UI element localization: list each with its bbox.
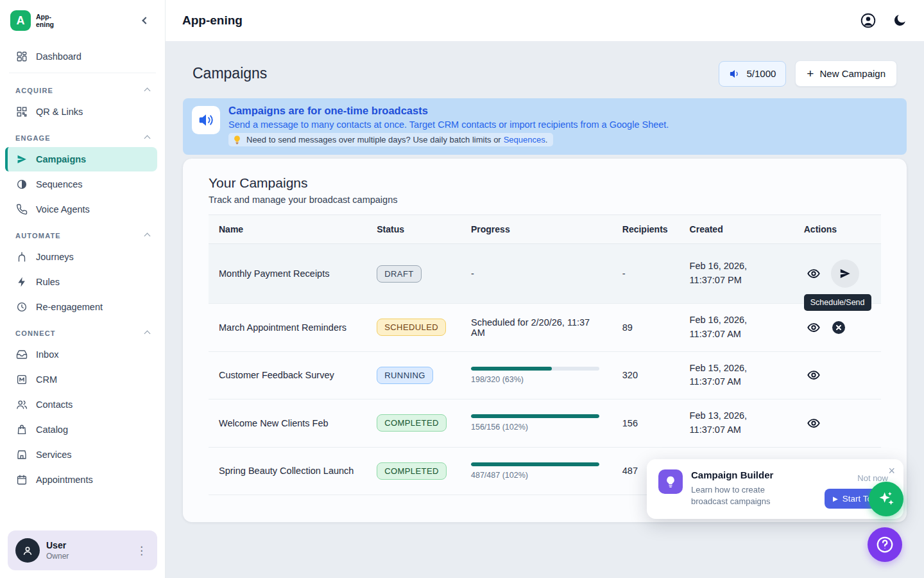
- progress-label: 198/320 (63%): [471, 375, 602, 384]
- sidebar-item-services[interactable]: Services: [8, 442, 157, 467]
- section-header-acquire[interactable]: ACQUIRE: [8, 77, 157, 99]
- sidebar-item-inbox[interactable]: Inbox: [8, 342, 157, 367]
- clock-icon: [15, 301, 28, 313]
- sidebar-item-journeys[interactable]: Journeys: [8, 245, 157, 269]
- section-label: CONNECT: [15, 329, 56, 337]
- banner-title: Campaigns are for one-time broadcasts: [228, 105, 669, 117]
- avatar: [15, 538, 40, 563]
- recipients-count: -: [612, 244, 680, 304]
- column-header-name: Name: [209, 215, 366, 244]
- question-icon: [875, 535, 894, 554]
- progress-bar: [471, 414, 599, 418]
- campaign-quota-chip[interactable]: 5/1000: [719, 61, 786, 87]
- user-menu-button[interactable]: ⋮: [133, 541, 150, 560]
- table-row: Customer Feedback Survey RUNNING 198/320…: [209, 351, 881, 399]
- sidebar-item-catalog[interactable]: Catalog: [8, 417, 157, 442]
- collapse-sidebar-button[interactable]: [139, 14, 152, 27]
- chevron-up-icon: [144, 330, 151, 337]
- column-header-recipients: Recipients: [612, 215, 680, 244]
- dashboard-icon: [15, 51, 28, 62]
- bolt-icon: [15, 276, 28, 288]
- section-header-connect[interactable]: CONNECT: [8, 320, 157, 342]
- card-title: Your Campaigns: [209, 175, 881, 191]
- dark-mode-toggle[interactable]: [892, 13, 907, 28]
- campaign-name: Customer Feedback Survey: [209, 351, 366, 399]
- progress-text: -: [471, 268, 474, 279]
- lightbulb-icon: [232, 135, 242, 144]
- sequences-icon: [15, 179, 28, 190]
- divider: [9, 73, 156, 73]
- progress-label: 487/487 (102%): [471, 471, 602, 480]
- store-icon: [15, 449, 28, 460]
- sidebar-item-label: Sequences: [36, 179, 83, 189]
- sidebar-item-appointments[interactable]: Appointments: [8, 468, 157, 492]
- section-header-engage[interactable]: ENGAGE: [8, 125, 157, 146]
- sidebar-item-crm[interactable]: CRM: [8, 367, 157, 392]
- sidebar-item-label: Journeys: [36, 252, 74, 262]
- user-card[interactable]: User Owner ⋮: [8, 530, 157, 570]
- table-header-row: Name Status Progress Recipients Created …: [209, 215, 881, 244]
- user-role: Owner: [46, 552, 69, 561]
- chevron-up-icon: [144, 232, 151, 239]
- sidebar-item-rules[interactable]: Rules: [8, 270, 157, 294]
- toast-body: Learn how to create broadcast campaigns: [691, 484, 791, 507]
- sidebar-item-dashboard[interactable]: Dashboard: [8, 44, 157, 69]
- sidebar-item-sequences[interactable]: Sequences: [8, 172, 157, 197]
- close-icon[interactable]: ×: [888, 465, 895, 477]
- sidebar-item-label: Voice Agents: [36, 204, 90, 215]
- recipients-count: 320: [612, 351, 680, 399]
- help-fab[interactable]: [868, 527, 902, 562]
- section-header-automate[interactable]: AUTOMATE: [8, 222, 157, 244]
- sidebar-item-re-engagement[interactable]: Re-engagement: [8, 295, 157, 319]
- sidebar-nav: Dashboard ACQUIRE QR & Links ENGAGE Camp…: [0, 41, 165, 523]
- status-badge: DRAFT: [377, 265, 421, 283]
- sidebar-item-qr-links[interactable]: QR & Links: [8, 100, 157, 124]
- sidebar-item-label: Rules: [36, 277, 60, 287]
- campaigns-table: Name Status Progress Recipients Created …: [209, 215, 881, 495]
- plus-icon: +: [807, 67, 814, 80]
- progress-bar: [471, 462, 599, 466]
- view-campaign-button[interactable]: [804, 264, 823, 283]
- brand-name: App-ening: [36, 13, 60, 28]
- sidebar-item-label: QR & Links: [36, 107, 83, 117]
- lightbulb-icon: [658, 469, 683, 494]
- created-date: Feb 13, 2026, 11:37:07 AM: [680, 399, 794, 448]
- inbox-icon: [15, 349, 28, 360]
- sidebar-item-campaigns[interactable]: Campaigns: [5, 147, 157, 171]
- recipients-count: 89: [612, 304, 680, 352]
- column-header-actions: Actions: [794, 215, 881, 244]
- sidebar-item-label: Re-engagement: [36, 302, 103, 312]
- sidebar-item-voice-agents[interactable]: Voice Agents: [8, 197, 157, 222]
- account-button[interactable]: [860, 12, 877, 29]
- users-icon: [15, 399, 28, 410]
- crm-icon: [15, 374, 28, 385]
- recipients-count: 156: [612, 399, 680, 448]
- megaphone-icon: [192, 106, 220, 134]
- progress-bar: [471, 367, 599, 371]
- sidebar-item-contacts[interactable]: Contacts: [8, 392, 157, 417]
- view-campaign-button[interactable]: [804, 414, 823, 433]
- banner-tip-period: .: [545, 135, 548, 144]
- section-label: ACQUIRE: [15, 87, 53, 94]
- sidebar-item-label: Services: [36, 450, 72, 460]
- brand-logo: A App-ening: [10, 10, 60, 31]
- progress-label: 156/156 (102%): [471, 423, 602, 432]
- journeys-icon: [15, 251, 28, 263]
- user-name: User: [46, 540, 69, 550]
- play-icon: ▶: [833, 495, 838, 502]
- campaign-builder-toast: Campaign Builder Learn how to create bro…: [647, 459, 903, 519]
- ai-assistant-fab[interactable]: [869, 482, 903, 516]
- calendar-icon: [15, 474, 28, 486]
- view-campaign-button[interactable]: [804, 365, 823, 385]
- new-campaign-button[interactable]: + New Campaign: [795, 60, 897, 87]
- sidebar-header: A App-ening: [0, 0, 165, 41]
- created-date: Feb 15, 2026, 11:37:07 AM: [680, 351, 794, 399]
- status-badge: COMPLETED: [377, 462, 447, 480]
- cancel-campaign-button[interactable]: [831, 320, 846, 335]
- view-campaign-button[interactable]: [804, 318, 823, 337]
- created-date: Feb 16, 2026, 11:37:07 AM: [680, 304, 794, 352]
- sidebar: A App-ening Dashboard ACQUIRE QR & Links…: [0, 0, 166, 578]
- sequences-link[interactable]: Sequences: [504, 135, 545, 144]
- chevron-left-icon: [142, 17, 149, 24]
- schedule-send-button[interactable]: [831, 259, 859, 288]
